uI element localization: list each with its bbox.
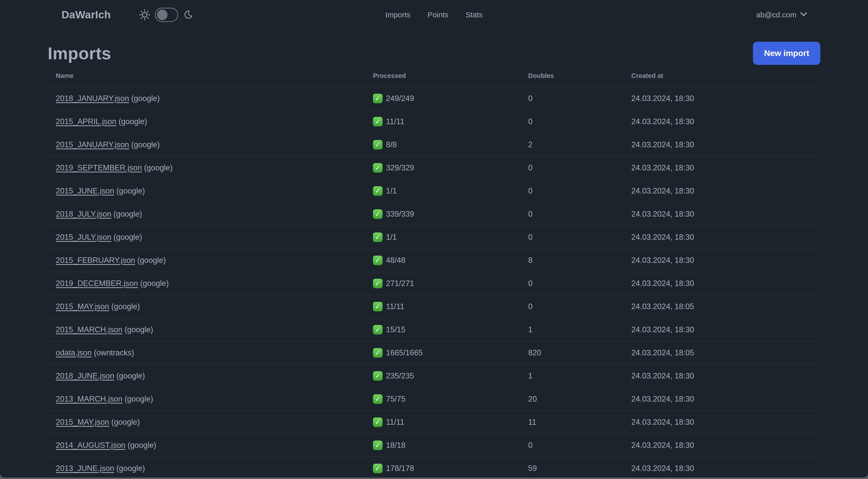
check-emoji-icon: ✓ bbox=[373, 209, 382, 219]
app-window: DaWarIch bbox=[0, 0, 868, 478]
cell-created-at: 24.03.2024, 18:30 bbox=[623, 411, 820, 434]
cell-doubles: 0 bbox=[520, 226, 623, 249]
file-link[interactable]: 2015_MARCH.json bbox=[56, 325, 122, 334]
check-emoji-icon: ✓ bbox=[373, 325, 382, 334]
file-source: (google) bbox=[116, 117, 147, 126]
processed-count: 329/329 bbox=[386, 163, 414, 172]
cell-processed: ✓11/11 bbox=[365, 110, 520, 133]
file-source: (google) bbox=[111, 210, 142, 218]
user-email: ab@cd.com bbox=[756, 10, 797, 19]
file-source: (google) bbox=[114, 186, 145, 195]
cell-created-at: 24.03.2024, 18:30 bbox=[623, 226, 820, 249]
cell-name: 2019_SEPTEMBER.json (google) bbox=[48, 156, 365, 179]
file-link[interactable]: 2015_MAY.json bbox=[56, 418, 109, 426]
cell-name: 2015_JANUARY.json (google) bbox=[48, 133, 365, 156]
page-title: Imports bbox=[48, 45, 111, 62]
table-row: 2014_AUGUST.json (google)✓18/18024.03.20… bbox=[48, 434, 820, 457]
cell-processed: ✓1/1 bbox=[365, 179, 520, 203]
cell-doubles: 11 bbox=[520, 411, 623, 434]
table-row: 2015_JANUARY.json (google)✓8/8224.03.202… bbox=[48, 133, 820, 156]
processed-count: 18/18 bbox=[386, 441, 406, 450]
check-emoji-icon: ✓ bbox=[373, 233, 382, 242]
file-source: (google) bbox=[142, 163, 173, 172]
cell-doubles: 8 bbox=[520, 249, 623, 272]
file-link[interactable]: 2015_JULY.json bbox=[56, 233, 111, 241]
file-source: (google) bbox=[114, 371, 145, 380]
table-row: 2015_MAY.json (google)✓11/111124.03.2024… bbox=[48, 411, 820, 434]
file-link[interactable]: 2015_JANUARY.json bbox=[56, 140, 129, 149]
file-link[interactable]: 2015_APRIL.json bbox=[56, 117, 116, 126]
file-link[interactable]: 2015_JUNE.json bbox=[56, 186, 114, 195]
cell-name: 2013_JUNE.json (google) bbox=[48, 457, 365, 478]
cell-processed: ✓15/15 bbox=[365, 318, 520, 341]
processed-count: 1/1 bbox=[386, 186, 397, 196]
theme-toggle-switch[interactable] bbox=[155, 8, 178, 22]
file-link[interactable]: 2018_JULY.json bbox=[56, 210, 111, 218]
processed-count: 339/339 bbox=[386, 210, 414, 219]
cell-doubles: 1 bbox=[520, 364, 623, 388]
file-link[interactable]: 2013_MARCH.json bbox=[56, 394, 122, 403]
check-emoji-icon: ✓ bbox=[373, 441, 382, 450]
file-source: (google) bbox=[109, 302, 140, 311]
new-import-button[interactable]: New import bbox=[753, 42, 820, 65]
cell-created-at: 24.03.2024, 18:30 bbox=[623, 87, 820, 110]
cell-name: odata.json (owntracks) bbox=[48, 341, 365, 364]
processed-count: 48/48 bbox=[386, 256, 406, 265]
check-emoji-icon: ✓ bbox=[373, 417, 382, 427]
table-row: 2015_MAY.json (google)✓11/11024.03.2024,… bbox=[48, 295, 820, 318]
check-emoji-icon: ✓ bbox=[373, 163, 382, 173]
cell-created-at: 24.03.2024, 18:30 bbox=[623, 179, 820, 203]
file-link[interactable]: 2015_MAY.json bbox=[56, 302, 109, 311]
cell-processed: ✓339/339 bbox=[365, 203, 520, 226]
user-menu[interactable]: ab@cd.com bbox=[756, 10, 807, 19]
table-header-row: Name Processed Doubles Created at bbox=[48, 65, 820, 87]
processed-count: 11/11 bbox=[386, 117, 404, 126]
file-link[interactable]: 2018_JUNE.json bbox=[56, 371, 114, 380]
top-navbar: DaWarIch bbox=[0, 0, 868, 30]
file-link[interactable]: 2013_JUNE.json bbox=[56, 464, 114, 473]
cell-name: 2015_MAY.json (google) bbox=[48, 411, 365, 434]
file-link[interactable]: 2018_JANUARY.json bbox=[56, 94, 129, 103]
table-row: 2018_JULY.json (google)✓339/339024.03.20… bbox=[48, 203, 820, 226]
cell-doubles: 0 bbox=[520, 434, 623, 457]
nav-link-stats[interactable]: Stats bbox=[466, 10, 483, 19]
cell-doubles: 0 bbox=[520, 179, 623, 203]
file-link[interactable]: 2019_SEPTEMBER.json bbox=[56, 163, 142, 172]
file-link[interactable]: 2014_AUGUST.json bbox=[56, 441, 125, 450]
processed-count: 1/1 bbox=[386, 233, 397, 242]
processed-count: 1665/1665 bbox=[386, 348, 423, 357]
cell-name: 2014_AUGUST.json (google) bbox=[48, 434, 365, 457]
processed-count: 75/75 bbox=[386, 394, 406, 403]
cell-doubles: 0 bbox=[520, 203, 623, 226]
processed-count: 235/235 bbox=[386, 371, 414, 381]
file-source: (google) bbox=[135, 256, 166, 265]
file-link[interactable]: odata.json bbox=[56, 348, 92, 357]
cell-doubles: 0 bbox=[520, 110, 623, 133]
file-source: (google) bbox=[138, 279, 168, 288]
column-header-created-at: Created at bbox=[623, 65, 820, 87]
file-link[interactable]: 2019_DECEMBER.json bbox=[56, 279, 138, 288]
cell-doubles: 820 bbox=[520, 341, 623, 364]
check-emoji-icon: ✓ bbox=[373, 94, 382, 103]
cell-created-at: 24.03.2024, 18:30 bbox=[623, 156, 820, 179]
table-row: 2015_JUNE.json (google)✓1/1024.03.2024, … bbox=[48, 179, 820, 203]
moon-icon bbox=[183, 9, 194, 20]
cell-created-at: 24.03.2024, 18:30 bbox=[623, 110, 820, 133]
cell-name: 2015_MAY.json (google) bbox=[48, 295, 365, 318]
table-row: 2015_APRIL.json (google)✓11/11024.03.202… bbox=[48, 110, 820, 133]
cell-name: 2015_JULY.json (google) bbox=[48, 226, 365, 249]
cell-doubles: 0 bbox=[520, 156, 623, 179]
processed-count: 249/249 bbox=[386, 94, 414, 103]
cell-name: 2015_MARCH.json (google) bbox=[48, 318, 365, 341]
check-emoji-icon: ✓ bbox=[373, 279, 382, 288]
file-source: (google) bbox=[122, 325, 153, 334]
nav-link-imports[interactable]: Imports bbox=[385, 10, 410, 19]
theme-toggle-group bbox=[139, 8, 194, 22]
file-link[interactable]: 2015_FEBRUARY.json bbox=[56, 256, 135, 265]
table-row: 2019_DECEMBER.json (google)✓271/271024.0… bbox=[48, 272, 820, 295]
processed-count: 11/11 bbox=[386, 302, 404, 311]
nav-link-points[interactable]: Points bbox=[428, 10, 448, 19]
page-header: Imports New import bbox=[48, 42, 820, 65]
chevron-down-icon bbox=[800, 12, 807, 18]
cell-processed: ✓235/235 bbox=[365, 364, 520, 388]
